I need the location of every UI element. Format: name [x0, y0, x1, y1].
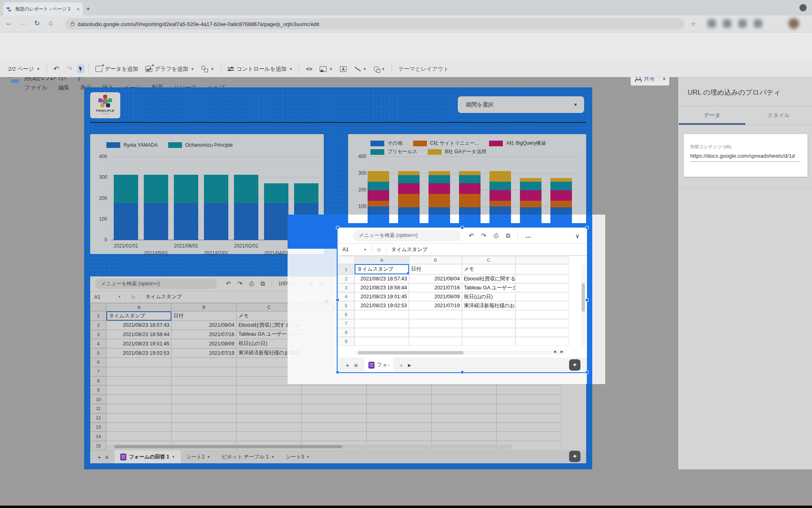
selection-handle[interactable]	[336, 298, 339, 302]
cell-A2[interactable]: 2021/08/23 18:57:43	[355, 274, 409, 283]
selection-handle[interactable]	[461, 371, 464, 374]
cell-B1[interactable]: 日付	[409, 264, 462, 274]
theme-layout-button[interactable]: テーマとレイアウト	[396, 64, 451, 74]
sheet-tab-caret-icon[interactable]: ▼	[172, 455, 175, 459]
row-number[interactable]: 7	[338, 319, 355, 328]
cell-A3[interactable]: 2021/08/23 18:58:44	[355, 283, 409, 292]
sheet-tab-caret-icon[interactable]: ▼	[306, 455, 310, 459]
cell-A1[interactable]: タイムスタンプ	[355, 264, 409, 274]
ovl-active-sheet-tab[interactable]: フォ-	[364, 358, 394, 372]
ovl-formula-value[interactable]: タイムスタンプ	[391, 246, 428, 253]
cell-x6[interactable]	[515, 310, 569, 319]
undo-button[interactable]: ↶	[51, 63, 62, 75]
cell-C9[interactable]	[236, 385, 301, 395]
row-number[interactable]: 11	[90, 404, 106, 413]
insert-line-button[interactable]: ▼	[351, 64, 369, 74]
bar-1[interactable]	[144, 175, 168, 240]
reload-icon[interactable]: ↻	[34, 19, 40, 28]
company-logo-card[interactable]: PRINCiPLE Company	[90, 92, 120, 118]
bar-5[interactable]	[264, 183, 288, 240]
cell-B4[interactable]: 2021/08/09	[409, 292, 462, 301]
row-number[interactable]: 1	[338, 264, 355, 274]
cell-C7[interactable]	[462, 319, 515, 328]
all-sheets-icon[interactable]: ≡	[354, 362, 358, 369]
forward-icon[interactable]: →	[19, 19, 26, 27]
extension-icon[interactable]	[754, 20, 762, 28]
extension-icon[interactable]	[708, 20, 716, 28]
explore-icon[interactable]: ✦	[569, 359, 580, 371]
stacked-bar-chart-projects[interactable]: その他C社 サイトリニュー...A社 BigQuery構築プリセールスB社 GA…	[348, 134, 586, 223]
cell-G14[interactable]	[496, 432, 561, 441]
cell-x4[interactable]	[515, 292, 569, 301]
cell-F9[interactable]	[431, 385, 496, 395]
cell-B7[interactable]	[171, 367, 236, 376]
ovl-menu-search[interactable]: メニューを検索 (option+/)	[353, 230, 461, 241]
cell-B9[interactable]	[171, 385, 236, 395]
cell-C4[interactable]: 祝日(山の日)	[462, 292, 515, 301]
cell-E11[interactable]	[366, 404, 431, 413]
cell-B5[interactable]: 2021/07/19	[171, 348, 236, 358]
cell-B7[interactable]	[409, 319, 462, 328]
cell-A7[interactable]	[355, 319, 409, 328]
cell-B6[interactable]	[409, 310, 462, 319]
cell-D9[interactable]	[301, 385, 366, 395]
url-embed-component[interactable]: メニューを検索 (option+/) ↶ ↷ ⎙ ⧉ ... ∨ A1 ▼ fx…	[338, 228, 587, 372]
row-number[interactable]: 5	[338, 301, 355, 310]
add-control-button[interactable]: コントロールを追加 ▼	[225, 64, 295, 74]
cell-A14[interactable]	[106, 432, 171, 441]
row-number[interactable]: 13	[90, 423, 106, 432]
cell-A9[interactable]	[106, 385, 171, 395]
add-data-button[interactable]: データを追加	[93, 64, 141, 74]
extension-icon[interactable]	[723, 20, 731, 28]
cell-A4[interactable]: 2021/08/23 19:01:45	[106, 339, 171, 348]
cell-A10[interactable]	[106, 395, 171, 404]
row-number[interactable]: 3	[338, 283, 355, 292]
cell-E10[interactable]	[366, 395, 431, 404]
cell-B4[interactable]: 2021/08/09	[171, 339, 236, 348]
add-sheet-icon[interactable]: +	[97, 454, 101, 460]
cell-B6[interactable]	[171, 358, 236, 367]
row-number[interactable]: 8	[90, 376, 106, 386]
selection-handle[interactable]	[461, 226, 464, 229]
corner-cell[interactable]	[90, 303, 106, 311]
cell-C3[interactable]: Tableau GA ユーザーグループ発足に	[462, 283, 515, 292]
page-nav[interactable]: 2/2 ページ ▼	[6, 64, 43, 74]
cell-A6[interactable]	[355, 310, 409, 319]
column-header-B[interactable]: B	[409, 256, 462, 264]
sheet-tab-caret-icon[interactable]: ▼	[207, 455, 210, 459]
cell-D11[interactable]	[301, 404, 366, 413]
cell-D10[interactable]	[301, 395, 366, 404]
cell-A8[interactable]	[355, 328, 409, 337]
cell-C9[interactable]	[462, 337, 515, 346]
url-bar[interactable]: datastudio.google.com/u/0/reporting/d2ea…	[65, 18, 684, 30]
cell-A11[interactable]	[106, 404, 171, 413]
cell-x8[interactable]	[515, 328, 569, 337]
more-icon[interactable]: ...	[525, 232, 532, 239]
row-number[interactable]: 10	[90, 395, 106, 404]
cell-A5[interactable]: 2021/08/23 19:02:53	[355, 301, 409, 310]
column-header-A[interactable]: A	[106, 303, 171, 311]
cell-C13[interactable]	[236, 423, 301, 432]
cell-B14[interactable]	[171, 432, 236, 441]
cell-E9[interactable]	[366, 385, 431, 395]
cell-D14[interactable]	[301, 432, 366, 441]
row-number[interactable]: 2	[338, 274, 355, 283]
cell-x9[interactable]	[515, 337, 569, 346]
tab-close-icon[interactable]: ×	[76, 6, 80, 12]
cell-B8[interactable]	[409, 328, 462, 337]
cell-B3[interactable]: 2021/07/16	[409, 283, 462, 292]
cell-F13[interactable]	[431, 423, 496, 432]
scroll-left-icon[interactable]: ◀	[553, 350, 556, 354]
cell-B11[interactable]	[171, 404, 236, 413]
paint-format-icon[interactable]: ⧉	[260, 280, 265, 287]
bg-formula-value[interactable]: タイムスタンプ	[145, 293, 182, 300]
embed-url-button[interactable]: <>	[303, 64, 315, 74]
cell-A6[interactable]	[106, 358, 171, 367]
cell-B13[interactable]	[171, 423, 236, 432]
cell-A8[interactable]	[106, 376, 171, 386]
new-tab-icon[interactable]: +	[86, 5, 90, 13]
cell-G11[interactable]	[496, 404, 561, 413]
cell-C1[interactable]: メモ	[462, 264, 515, 274]
ovl-hscrollbar[interactable]: ◀ ▶	[355, 350, 566, 355]
cell-A13[interactable]	[106, 423, 171, 432]
